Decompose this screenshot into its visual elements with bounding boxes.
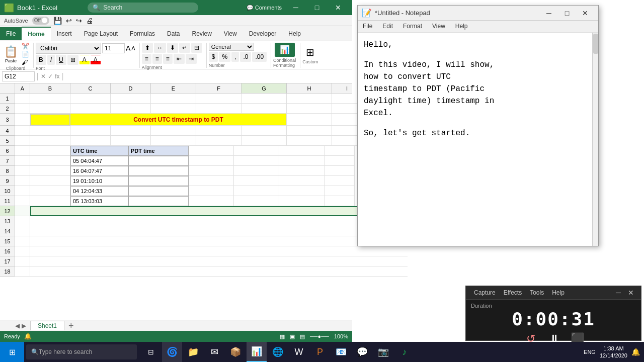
sheet-nav-left[interactable]: ◀ (15, 322, 20, 329)
align-middle-button[interactable]: ↔ (154, 43, 166, 53)
notepad-menu-help[interactable]: Help (450, 21, 473, 32)
utc-cell-11[interactable]: 05 13:03:03 (70, 196, 128, 206)
paste-button[interactable]: 📋 Paste (2, 44, 20, 64)
cell-a1[interactable] (15, 94, 30, 104)
wrap-text-button[interactable]: ↵ (179, 43, 190, 53)
utc-cell-9[interactable]: 19 01:10:10 (70, 176, 128, 186)
utc-header-cell[interactable]: UTC time (70, 146, 128, 156)
zoom-slider[interactable]: ──●── (310, 333, 329, 339)
taskbar-chrome-button[interactable]: 🌐 (268, 342, 288, 362)
notepad-menu-file[interactable]: File (358, 21, 377, 32)
taskbar-task-view-button[interactable]: ⊟ (141, 342, 161, 362)
recorder-menu-effects[interactable]: Effects (500, 288, 526, 297)
number-format-selector[interactable]: General (209, 43, 254, 51)
taskbar-search-box[interactable]: 🔍 Type here to search (26, 344, 137, 359)
tab-developer[interactable]: Developer (243, 27, 283, 40)
percent-button[interactable]: % (219, 52, 230, 62)
tab-review[interactable]: Review (186, 27, 217, 40)
pdt-cell-7[interactable] (128, 156, 189, 166)
taskbar-skype-button[interactable]: 💬 (352, 342, 372, 362)
taskbar-explorer-button[interactable]: 📁 (183, 342, 203, 362)
add-sheet-button[interactable]: + (64, 320, 78, 331)
utc-cell-8[interactable]: 16 04:07:47 (70, 166, 128, 176)
notepad-minimize-button[interactable]: ─ (540, 6, 558, 20)
taskbar-excel-button[interactable]: 📊 (247, 342, 267, 362)
align-center-button[interactable]: ≡ (152, 54, 162, 64)
notepad-scrollbar[interactable] (592, 33, 598, 246)
tab-file[interactable]: File (0, 27, 22, 40)
undo-icon[interactable]: ↩ (66, 17, 72, 25)
cell-a2[interactable] (15, 104, 30, 114)
sheet-nav-right[interactable]: ▶ (22, 322, 26, 329)
pdt-cell-9[interactable] (128, 176, 189, 186)
pdt-cell-10[interactable] (128, 186, 189, 196)
increase-font-button[interactable]: A (126, 44, 130, 52)
tab-formulas[interactable]: Formulas (124, 27, 161, 40)
decimal-increase-button[interactable]: .0 (240, 52, 251, 62)
decrease-font-button[interactable]: A (131, 45, 135, 51)
taskbar-mail-button[interactable]: ✉ (204, 342, 224, 362)
taskbar-edge-button[interactable]: 🌀 (162, 342, 182, 362)
cell-d2[interactable] (111, 104, 151, 114)
utc-cell-7[interactable]: 05 04:04:47 (70, 156, 128, 166)
pdt-cell-8[interactable] (128, 166, 189, 176)
excel-maximize-button[interactable]: □ (307, 0, 327, 15)
notification-icon[interactable]: 🔔 (24, 333, 32, 340)
tab-data[interactable]: Data (161, 27, 186, 40)
notepad-menu-format[interactable]: Format (398, 21, 427, 32)
cell-e2[interactable] (151, 104, 196, 114)
recorder-close-button[interactable]: ✕ (625, 288, 637, 298)
notification-button[interactable]: 🔔 (631, 348, 640, 356)
align-top-button[interactable]: ⬆ (142, 43, 153, 53)
cell-h1[interactable] (287, 94, 332, 104)
cell-b3[interactable] (30, 114, 70, 126)
tab-help[interactable]: Help (282, 27, 307, 40)
cell-reference-input[interactable] (2, 71, 35, 81)
normal-view-icon[interactable]: ▦ (280, 333, 285, 340)
notepad-menu-view[interactable]: View (427, 21, 450, 32)
pdt-header-cell[interactable]: PDT time (128, 146, 189, 156)
align-right-button[interactable]: ≡ (163, 54, 173, 64)
recorder-menu-capture[interactable]: Capture (470, 288, 500, 297)
tab-insert[interactable]: Insert (51, 27, 78, 40)
save-icon[interactable]: 💾 (53, 17, 62, 25)
excel-minimize-button[interactable]: ─ (286, 0, 306, 15)
excel-search-box[interactable]: 🔍 Search (88, 3, 198, 13)
recorder-minimize-button[interactable]: ─ (613, 288, 624, 298)
cell-a3[interactable] (15, 114, 30, 126)
cell-c1[interactable] (70, 94, 111, 104)
fill-color-button[interactable]: A (79, 55, 90, 65)
autosave-toggle[interactable]: Off (32, 17, 49, 25)
font-size-selector[interactable] (102, 43, 125, 53)
font-selector[interactable]: Calibri (36, 43, 101, 54)
taskbar-spotify-button[interactable]: ♪ (394, 342, 415, 362)
taskbar-clock[interactable]: 1:38 AM 12/14/2020 (600, 345, 627, 359)
align-left-button[interactable]: ≡ (142, 54, 151, 64)
cell-heading[interactable]: Convert UTC timestamp to PDT (70, 114, 287, 126)
italic-button[interactable]: I (47, 55, 55, 65)
cell-f1[interactable] (196, 94, 242, 104)
underline-button[interactable]: U (56, 55, 66, 65)
cell-g2[interactable] (242, 104, 287, 114)
taskbar-dropbox-button[interactable]: 📦 (225, 342, 246, 362)
start-button[interactable]: ⊞ (0, 342, 24, 362)
cell-d1[interactable] (111, 94, 151, 104)
sheet-tab-sheet1[interactable]: Sheet1 (30, 321, 64, 330)
copy-button[interactable]: 📄 (22, 51, 29, 58)
notepad-menu-edit[interactable]: Edit (377, 21, 398, 32)
notepad-content-area[interactable]: Hello, In this video, I will show, how t… (358, 33, 598, 246)
merge-button[interactable]: ⊟ (191, 43, 202, 53)
print-icon[interactable]: 🖨 (86, 17, 93, 25)
taskbar-word-button[interactable]: W (289, 342, 309, 362)
cell-c2[interactable] (70, 104, 111, 114)
excel-close-button[interactable]: ✕ (328, 0, 348, 15)
redo-icon[interactable]: ↪ (76, 17, 82, 25)
taskbar-powerpoint-button[interactable]: P (310, 342, 330, 362)
formula-input[interactable] (66, 72, 350, 81)
cut-button[interactable]: ✂️ (22, 43, 29, 50)
font-color-button[interactable]: A (91, 55, 101, 65)
cell-g3-yellow[interactable] (287, 114, 332, 126)
decimal-decrease-button[interactable]: .00 (252, 52, 267, 62)
utc-cell-10[interactable]: 04 12:04:33 (70, 186, 128, 196)
bold-button[interactable]: B (36, 55, 46, 65)
